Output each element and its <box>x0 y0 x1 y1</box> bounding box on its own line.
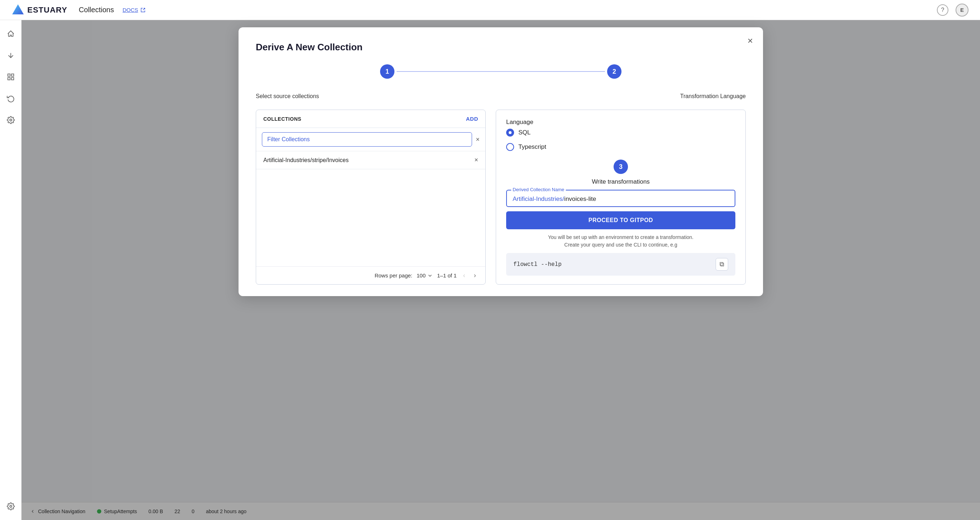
language-panel: Language SQL Typescript 3 Wri <box>496 110 746 285</box>
logo-text: ESTUARY <box>27 5 67 15</box>
modal-overlay: Derive A New Collection × 1 2 Select sou… <box>22 20 980 520</box>
logo-icon <box>11 3 24 16</box>
external-link-icon <box>140 8 145 13</box>
docs-link[interactable]: DOCS <box>123 7 145 13</box>
topbar-right: ? E <box>937 3 969 16</box>
step3-title: Write transformations <box>592 178 649 185</box>
proceed-to-gitpod-button[interactable]: PROCEED TO GITPOD <box>506 211 735 229</box>
copy-cli-button[interactable]: ⧉ <box>716 258 728 271</box>
sidebar-bottom <box>4 500 17 513</box>
step1-circle: 1 <box>380 64 395 79</box>
remove-collection-button[interactable]: × <box>474 156 478 164</box>
svg-point-5 <box>10 119 12 121</box>
svg-rect-4 <box>11 78 13 80</box>
derived-prefix: Artificial-Industries/ <box>512 196 564 203</box>
gitpod-description: You will be set up with an environment t… <box>548 234 694 249</box>
step3-section: 3 Write transformations Derived Collecti… <box>506 160 735 276</box>
collections-header-title: COLLECTIONS <box>263 116 301 122</box>
derive-collection-modal: Derive A New Collection × 1 2 Select sou… <box>239 27 763 296</box>
filter-row: × <box>256 128 485 151</box>
stepper-labels: Select source collections Transformation… <box>256 93 746 99</box>
derived-collection-name-field[interactable]: Derived Collection Name Artificial-Indus… <box>506 190 735 207</box>
filter-clear-button[interactable]: × <box>476 136 480 144</box>
help-button[interactable]: ? <box>937 4 948 16</box>
derived-collection-input[interactable] <box>564 196 729 203</box>
radio-sql-indicator <box>506 129 514 137</box>
step3-circle: 3 <box>614 160 628 174</box>
step2-label: Transformation Language <box>501 93 746 99</box>
sidebar-item-settings-bottom[interactable] <box>4 500 17 513</box>
filter-collections-input[interactable] <box>262 132 472 147</box>
radio-sql-label: SQL <box>519 129 531 136</box>
modal-body: COLLECTIONS ADD × Artificial-Industries/… <box>256 110 746 285</box>
sidebar-item-transform[interactable] <box>4 92 17 105</box>
derived-field-label: Derived Collection Name <box>511 187 566 192</box>
rows-per-page-label: Rows per page: <box>375 273 412 279</box>
pagination-next-button[interactable]: › <box>472 271 478 280</box>
collection-name: Artificial-Industries/stripe/Invoices <box>263 157 348 164</box>
rows-per-page-select[interactable]: 100 <box>417 273 433 279</box>
language-radio-group: SQL Typescript <box>506 129 735 151</box>
sidebar-item-home[interactable] <box>4 27 17 40</box>
svg-rect-2 <box>11 74 13 76</box>
user-avatar[interactable]: E <box>956 3 969 16</box>
svg-rect-3 <box>8 78 10 80</box>
close-button[interactable]: × <box>748 36 753 45</box>
sidebar <box>0 20 22 520</box>
page-title: Collections <box>79 6 114 14</box>
modal-title: Derive A New Collection <box>256 42 746 53</box>
add-collection-button[interactable]: ADD <box>466 116 478 122</box>
svg-point-6 <box>10 505 12 507</box>
radio-typescript-label: Typescript <box>519 144 546 151</box>
pagination-range: 1–1 of 1 <box>437 273 457 279</box>
logo: ESTUARY <box>11 3 67 16</box>
sidebar-item-capture[interactable] <box>4 49 17 62</box>
topbar: ESTUARY Collections DOCS ? E <box>0 0 980 20</box>
step1-label: Select source collections <box>256 93 501 99</box>
pagination-row: Rows per page: 100 1–1 of 1 ‹ › <box>256 266 485 284</box>
panel-header: COLLECTIONS ADD <box>256 110 485 128</box>
pagination-prev-button[interactable]: ‹ <box>461 271 468 280</box>
cli-block: flowctl --help ⧉ <box>506 253 735 276</box>
collections-panel: COLLECTIONS ADD × Artificial-Industries/… <box>256 110 486 285</box>
step2-circle: 2 <box>607 64 622 79</box>
cli-code: flowctl --help <box>513 261 562 268</box>
radio-sql[interactable]: SQL <box>506 129 735 137</box>
step-line <box>396 71 605 72</box>
collection-item: Artificial-Industries/stripe/Invoices × <box>256 151 485 169</box>
sidebar-item-settings[interactable] <box>4 113 17 126</box>
derived-field-content: Artificial-Industries/ <box>512 196 729 203</box>
chevron-down-icon <box>427 273 433 279</box>
radio-typescript-indicator <box>506 143 514 151</box>
radio-typescript[interactable]: Typescript <box>506 143 735 151</box>
language-section: Language SQL Typescript <box>506 119 735 151</box>
stepper: 1 2 <box>256 64 746 79</box>
svg-marker-0 <box>12 4 24 14</box>
sidebar-item-catalog[interactable] <box>4 70 17 83</box>
panel-spacer <box>256 169 485 266</box>
language-label: Language <box>506 119 735 126</box>
svg-rect-1 <box>8 74 10 76</box>
